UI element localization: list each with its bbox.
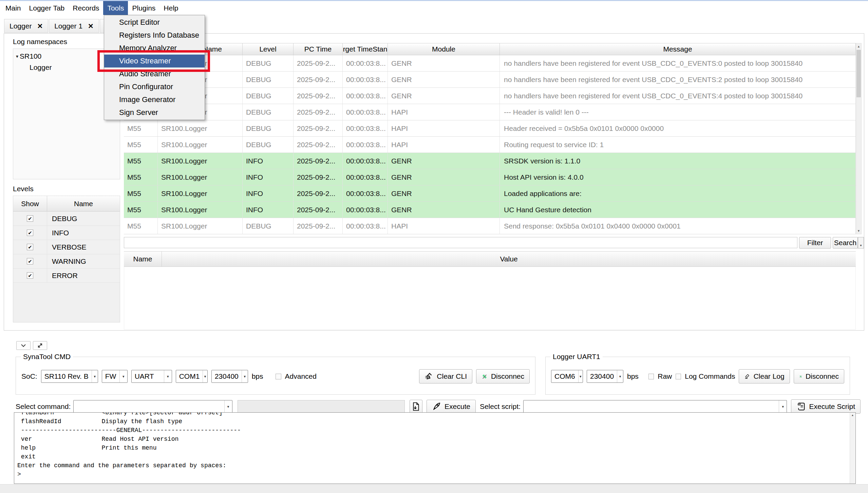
- soc-select[interactable]: SR110 Rev. B ▾: [41, 370, 98, 383]
- raw-label: Raw: [658, 372, 672, 380]
- log-row[interactable]: M55SR100.LoggerDEBUG2025-09-2...00:00:03…: [124, 55, 856, 72]
- console-scrollbar[interactable]: ▲: [850, 413, 855, 484]
- command-select[interactable]: ▾: [73, 400, 232, 413]
- execute-script-button[interactable]: Execute Script: [791, 399, 861, 414]
- tab-logger[interactable]: Logger✕: [4, 19, 48, 33]
- checkmark-icon: ✔: [28, 244, 32, 250]
- menu-item-help[interactable]: Help: [159, 1, 182, 15]
- scroll-up-icon[interactable]: ▲: [850, 414, 855, 417]
- level-row[interactable]: ✔VERBOSE: [13, 240, 120, 254]
- level-row[interactable]: ✔DEBUG: [13, 212, 120, 226]
- log-row[interactable]: M55SR100.LoggerDEBUG2025-09-2...00:00:03…: [124, 137, 856, 153]
- eraser-icon: [744, 372, 750, 381]
- fw-select[interactable]: FW ▾: [102, 370, 128, 383]
- log-cell-msg: Routing request to service ID: 1: [500, 137, 856, 153]
- scroll-up-icon[interactable]: ▲: [856, 43, 861, 50]
- command-param-input[interactable]: [238, 400, 404, 413]
- log-col-header-ts[interactable]: rget TimeStan: [343, 43, 388, 55]
- menu-item-main[interactable]: Main: [1, 1, 25, 15]
- log-col-header-pc[interactable]: PC Time: [294, 43, 343, 55]
- levels-title: Levels: [13, 185, 34, 193]
- execute-button[interactable]: Execute: [427, 400, 476, 413]
- tab-close-icon[interactable]: ✕: [37, 23, 43, 29]
- clear-log-button[interactable]: Clear Log: [739, 369, 790, 383]
- tools-menu-item-registers-info-database[interactable]: Registers Info Database: [104, 29, 205, 42]
- tree-node-logger[interactable]: Logger: [16, 63, 117, 72]
- log-row[interactable]: M55SR100.LoggerDEBUG2025-09-2...00:00:03…: [124, 72, 856, 88]
- combo-arrow-icon: ▾: [92, 370, 98, 382]
- log-row[interactable]: M55SR100.LoggerINFO2025-09-2...00:00:03:…: [124, 153, 856, 169]
- raw-checkbox[interactable]: [648, 374, 654, 379]
- menu-item-logger-tab[interactable]: Logger Tab: [25, 1, 69, 15]
- save-command-button[interactable]: [410, 400, 422, 413]
- tools-menu-item-audio-streamer[interactable]: Audio Streamer: [104, 67, 205, 80]
- level-checkbox[interactable]: ✔: [27, 215, 33, 222]
- log-col-header-msg[interactable]: Message: [500, 43, 856, 55]
- uart-disconnect-button[interactable]: Disconnec: [794, 369, 844, 383]
- log-col-header-level[interactable]: Level: [243, 43, 294, 55]
- uart-port-select[interactable]: COM6 ▾: [551, 370, 583, 383]
- clear-cli-button[interactable]: Clear CLI: [419, 369, 472, 383]
- log-commands-checkbox[interactable]: [676, 374, 681, 379]
- log-row[interactable]: M55SR100.LoggerDEBUG2025-09-2...00:00:03…: [124, 104, 856, 120]
- level-checkbox[interactable]: ✔: [27, 230, 33, 236]
- log-cell-ts: 00:00:03:8...: [343, 104, 388, 120]
- level-checkbox[interactable]: ✔: [27, 272, 33, 279]
- level-row[interactable]: ✔ERROR: [13, 269, 120, 283]
- script-select[interactable]: ▾: [523, 400, 787, 413]
- log-row[interactable]: M55SR100.LoggerINFO2025-09-2...00:00:03:…: [124, 202, 856, 218]
- menu-item-tools[interactable]: Tools: [103, 1, 128, 15]
- log-row[interactable]: M55SR100.LoggerDEBUG2025-09-2...00:00:03…: [124, 218, 856, 234]
- tree-node-sr100[interactable]: ▾ SR100: [16, 52, 117, 60]
- level-row[interactable]: ✔INFO: [13, 226, 120, 240]
- log-cell-level: DEBUG: [243, 218, 294, 234]
- details-body: [124, 267, 856, 330]
- tools-menu-item-image-generator[interactable]: Image Generator: [104, 93, 205, 106]
- advanced-checkbox[interactable]: [276, 374, 281, 379]
- tab-logger-1[interactable]: Logger 1✕: [49, 19, 99, 33]
- tools-menu-item-pin-configurator[interactable]: Pin Configurator: [104, 80, 205, 93]
- filter-input[interactable]: [124, 237, 797, 248]
- scroll-down-icon[interactable]: ▼: [856, 228, 861, 234]
- log-table-scrollbar[interactable]: ▲ ▼: [856, 43, 862, 234]
- uart-baud-select[interactable]: 230400 ▾: [587, 370, 623, 383]
- level-row[interactable]: ✔WARNING: [13, 254, 120, 269]
- search-button[interactable]: Search: [833, 237, 858, 249]
- tools-menu-item-video-streamer[interactable]: Video Streamer: [104, 55, 205, 67]
- log-cell-level: INFO: [243, 153, 294, 169]
- log-row[interactable]: M55SR100.LoggerINFO2025-09-2...00:00:03:…: [124, 169, 856, 185]
- baud-select[interactable]: 230400 ▾: [211, 370, 248, 383]
- filter-button[interactable]: Filter: [799, 237, 831, 249]
- scrollbar-thumb[interactable]: [856, 50, 861, 97]
- footer-bar: [0, 484, 868, 493]
- tree-expander-icon[interactable]: ▾: [16, 54, 18, 59]
- details-col-value[interactable]: Value: [162, 252, 856, 267]
- menu-item-plugins[interactable]: Plugins: [128, 1, 159, 15]
- search-options-button[interactable]: ▾: [858, 237, 864, 249]
- tab-label: Logger 1: [54, 22, 82, 30]
- level-checkbox[interactable]: ✔: [27, 258, 33, 264]
- tools-menu-item-memory-analyzer[interactable]: Memory Analyzer: [104, 42, 205, 55]
- tab-close-icon[interactable]: ✕: [88, 23, 94, 29]
- collapse-button[interactable]: [16, 341, 31, 350]
- port-select[interactable]: COM1 ▾: [176, 370, 208, 383]
- log-cell-msg: no handlers have been registered for eve…: [500, 55, 856, 71]
- tools-menu-item-sign-server[interactable]: Sign Server: [104, 106, 205, 119]
- cli-console[interactable]: flashBurn <binary file>[sector addr offs…: [14, 412, 856, 484]
- bps-label: bps: [252, 372, 263, 380]
- expand-button[interactable]: [33, 341, 47, 350]
- details-col-name[interactable]: Name: [124, 252, 162, 267]
- tools-menu-item-script-editor[interactable]: Script Editor: [104, 16, 205, 29]
- menu-item-records[interactable]: Records: [69, 1, 103, 15]
- level-checkbox[interactable]: ✔: [27, 244, 33, 250]
- chevron-down-icon: ▾: [860, 243, 862, 247]
- log-row[interactable]: M55SR100.LoggerDEBUG2025-09-2...00:00:03…: [124, 88, 856, 104]
- command-bar: Select command: ▾ Execute: [16, 399, 861, 414]
- log-cell-pc: 2025-09-2...: [294, 185, 343, 201]
- log-row[interactable]: M55SR100.LoggerDEBUG2025-09-2...00:00:03…: [124, 120, 856, 137]
- log-col-header-module[interactable]: Module: [388, 43, 500, 55]
- log-row[interactable]: M55SR100.LoggerINFO2025-09-2...00:00:03:…: [124, 185, 856, 202]
- interface-select[interactable]: UART ▾: [131, 370, 172, 383]
- log-cell-core: M55: [124, 137, 158, 153]
- disconnect-button[interactable]: Disconnec: [476, 369, 530, 383]
